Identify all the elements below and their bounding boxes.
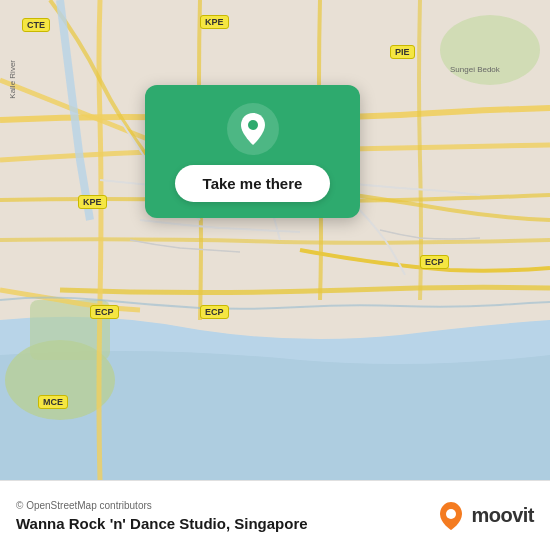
bottom-bar: © OpenStreetMap contributors Wanna Rock …	[0, 480, 550, 550]
svg-point-5	[248, 120, 258, 130]
moovit-logo: moovit	[435, 500, 534, 532]
road-badge-mce: MCE	[38, 395, 68, 409]
road-badge-kpe2: KPE	[78, 195, 107, 209]
map-card: Take me there	[145, 85, 360, 218]
road-badge-cte: CTE	[22, 18, 50, 32]
location-title: Wanna Rock 'n' Dance Studio, Singapore	[16, 515, 308, 532]
bottom-bar-info: © OpenStreetMap contributors Wanna Rock …	[16, 500, 308, 532]
sungei-bedok-label: Sungei Bedok	[450, 65, 500, 74]
road-badge-ecp1: ECP	[420, 255, 449, 269]
svg-point-1	[440, 15, 540, 85]
svg-point-6	[446, 509, 456, 519]
map-container: CTE KPE PIE KPE ECP ECP ECP MCE Sungei B…	[0, 0, 550, 480]
river-label: Kalle River	[8, 60, 17, 99]
road-badge-ecp2: ECP	[90, 305, 119, 319]
road-badge-pie: PIE	[390, 45, 415, 59]
road-badge-kpe1: KPE	[200, 15, 229, 29]
take-me-there-button[interactable]: Take me there	[175, 165, 331, 202]
copyright-text: © OpenStreetMap contributors	[16, 500, 308, 511]
moovit-text: moovit	[471, 504, 534, 527]
road-badge-ecp3: ECP	[200, 305, 229, 319]
location-pin-icon	[227, 103, 279, 155]
moovit-icon	[435, 500, 467, 532]
